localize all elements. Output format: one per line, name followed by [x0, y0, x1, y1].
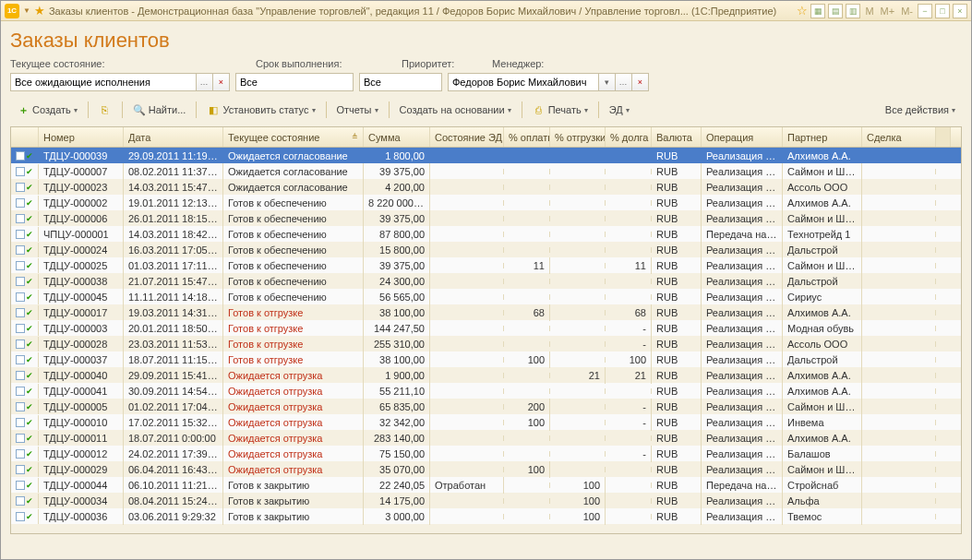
cell-payment — [504, 498, 550, 504]
print-button[interactable]: ⎙ Печать ▾ — [526, 101, 594, 119]
cell-number: ТДЦУ-000024 — [39, 242, 124, 258]
ellipsis-icon[interactable]: … — [196, 74, 212, 90]
create-label: Создать — [32, 104, 71, 115]
col-deal[interactable]: Сделка — [862, 127, 936, 147]
cell-number: ТДЦУ-000036 — [39, 508, 124, 525]
table-row[interactable]: ✔ТДЦУ-00002314.03.2011 15:47:17Ожидается… — [11, 179, 961, 195]
cell-partner: Саймон и Шуст... — [783, 399, 862, 415]
cell-date: 16.03.2011 17:05:06 — [124, 242, 223, 258]
filter-manager-combo[interactable]: ▾ … × — [448, 73, 649, 91]
calendar-icon[interactable]: ▥ — [846, 4, 860, 18]
ed-button[interactable]: ЭД ▾ — [603, 101, 636, 118]
filter-deadline-label: Срок выполнения: — [256, 58, 394, 69]
col-number[interactable]: Номер — [39, 127, 124, 147]
table-row[interactable]: ✔ТДЦУ-00002823.03.2011 11:53:25Готов к о… — [11, 336, 961, 351]
grid-icon[interactable]: ▦ — [810, 4, 825, 18]
filter-deadline-combo[interactable]: ▾ × — [235, 73, 354, 91]
memory-mplus-button[interactable]: M+ — [879, 6, 897, 17]
clear-icon[interactable]: × — [631, 74, 648, 90]
table-row[interactable]: ✔ТДЦУ-00001719.03.2011 14:31:16Готов к о… — [11, 304, 961, 320]
grid-body[interactable]: ✔ТДЦУ-00003929.09.2011 11:19:34Ожидается… — [11, 148, 961, 533]
cell-deal — [862, 326, 936, 331]
cell-date: 01.02.2011 17:04:06 — [124, 399, 223, 415]
star-icon[interactable]: ★ — [34, 4, 45, 18]
table-row[interactable]: ✔ТДЦУ-00002416.03.2011 17:05:06Готов к о… — [11, 242, 961, 257]
table-row[interactable]: ✔ТДЦУ-00004029.09.2011 15:41:14Ожидается… — [11, 367, 961, 383]
col-state[interactable]: Текущее состояние≜ — [223, 127, 364, 147]
cell-shipment — [550, 232, 606, 237]
ellipsis-icon[interactable]: … — [615, 74, 631, 90]
col-partner[interactable]: Партнер — [783, 127, 862, 147]
table-row[interactable]: ✔ТДЦУ-00002906.04.2011 16:43:02Ожидается… — [11, 461, 961, 477]
cell-shipment — [550, 420, 606, 425]
separator — [122, 101, 123, 118]
find-button[interactable]: 🔍 Найти... — [126, 101, 193, 119]
cell-shipment — [550, 326, 606, 331]
col-payment[interactable]: % оплаты — [504, 127, 550, 147]
table-row[interactable]: ✔ТДЦУ-00001017.02.2011 15:32:47Ожидается… — [11, 414, 961, 430]
set-status-button[interactable]: ◧ Установить статус ▾ — [200, 101, 321, 119]
table-row[interactable]: ✔ТДЦУ-00000501.02.2011 17:04:06Ожидается… — [11, 399, 961, 414]
clear-icon[interactable]: × — [212, 74, 229, 90]
cell-debt — [606, 153, 652, 159]
table-row[interactable]: ✔ТДЦУ-00004511.11.2011 14:18:12Готов к о… — [11, 289, 961, 304]
create-based-button[interactable]: Создать на основании ▾ — [393, 101, 518, 118]
favorite-icon[interactable]: ☆ — [797, 4, 808, 18]
cell-partner: Алхимов А.А. — [783, 367, 862, 384]
dropdown-icon[interactable]: ▼ — [23, 6, 30, 15]
table-row[interactable]: ✔ТДЦУ-00003821.07.2011 15:47:31Готов к о… — [11, 273, 961, 289]
chevron-down-icon[interactable]: ▾ — [598, 74, 615, 90]
table-row[interactable]: ✔ТДЦУ-00000219.01.2011 12:13:18Готов к о… — [11, 195, 961, 210]
table-row[interactable]: ✔ТДЦУ-00003929.09.2011 11:19:34Ожидается… — [11, 148, 961, 163]
col-sum[interactable]: Сумма — [364, 127, 430, 147]
col-operation[interactable]: Операция — [702, 127, 783, 147]
table-row[interactable]: ✔ТДЦУ-00000320.01.2011 18:50:40Готов к о… — [11, 320, 961, 336]
cell-sum: 1 900,00 — [364, 367, 430, 384]
chevron-down-icon: ▾ — [312, 106, 316, 114]
close-button[interactable]: × — [953, 4, 967, 18]
col-date[interactable]: Дата — [124, 127, 223, 147]
cell-ed — [430, 232, 504, 237]
col-debt[interactable]: % долга — [606, 127, 652, 147]
table-row[interactable]: ✔ЧПЦУ-00000114.03.2011 18:42:09Готов к о… — [11, 226, 961, 242]
maximize-button[interactable]: □ — [935, 4, 950, 18]
col-shipment[interactable]: % отгрузки — [550, 127, 606, 147]
cell-payment: 68 — [504, 304, 550, 321]
memory-mminus-button[interactable]: M- — [899, 6, 915, 17]
filter-state-combo[interactable]: … × — [10, 73, 230, 91]
cell-state: Ожидается согласование — [223, 179, 364, 196]
cell-operation: Реализация кл... — [702, 414, 783, 431]
col-icon[interactable] — [11, 127, 39, 147]
cell-currency: RUB — [652, 351, 702, 368]
table-row[interactable]: ✔ТДЦУ-00001224.02.2011 17:39:45Ожидается… — [11, 446, 961, 461]
table-row[interactable]: ✔ТДЦУ-00003603.06.2011 9:29:32Готов к за… — [11, 508, 961, 524]
filter-priority-combo[interactable]: … × — [359, 73, 442, 91]
col-ed-state[interactable]: Состояние ЭД — [430, 127, 504, 147]
minimize-button[interactable]: − — [918, 4, 932, 18]
cell-payment — [504, 232, 550, 237]
filter-manager-input[interactable] — [449, 74, 598, 90]
calc-icon[interactable]: ▤ — [828, 4, 843, 18]
create-button[interactable]: ＋ Создать ▾ — [10, 101, 84, 119]
all-actions-button[interactable]: Все действия ▾ — [879, 101, 962, 118]
table-row[interactable]: ✔ТДЦУ-00002501.03.2011 17:11:22Готов к о… — [11, 257, 961, 273]
filter-deadline-input[interactable] — [236, 74, 371, 90]
cell-currency: RUB — [652, 508, 702, 525]
cell-date: 19.01.2011 12:13:18 — [124, 195, 223, 211]
reports-button[interactable]: Отчеты ▾ — [330, 101, 385, 118]
table-row[interactable]: ✔ТДЦУ-00000708.02.2011 11:37:07Ожидается… — [11, 163, 961, 179]
cell-number: ТДЦУ-000045 — [39, 289, 124, 305]
table-row[interactable]: ✔ТДЦУ-00001118.07.2011 0:00:00Ожидается … — [11, 430, 961, 446]
table-row[interactable]: ✔ТДЦУ-00004406.10.2011 11:21:48Готов к з… — [11, 477, 961, 493]
cell-state: Готов к закрытию — [223, 508, 364, 525]
col-currency[interactable]: Валюта — [652, 127, 702, 147]
filter-state-input[interactable] — [11, 74, 196, 90]
table-row[interactable]: ✔ТДЦУ-00004130.09.2011 14:54:28Ожидается… — [11, 383, 961, 399]
table-row[interactable]: ✔ТДЦУ-00003408.04.2011 15:24:50Готов к з… — [11, 493, 961, 508]
table-row[interactable]: ✔ТДЦУ-00000626.01.2011 18:15:22Готов к о… — [11, 210, 961, 226]
table-row[interactable]: ✔ТДЦУ-00003718.07.2011 11:15:58Готов к о… — [11, 351, 961, 367]
copy-button[interactable]: ⎘ — [92, 101, 118, 119]
cell-operation: Реализация кл... — [702, 257, 783, 274]
cell-ed — [430, 310, 504, 316]
memory-m-button[interactable]: M — [863, 6, 875, 17]
